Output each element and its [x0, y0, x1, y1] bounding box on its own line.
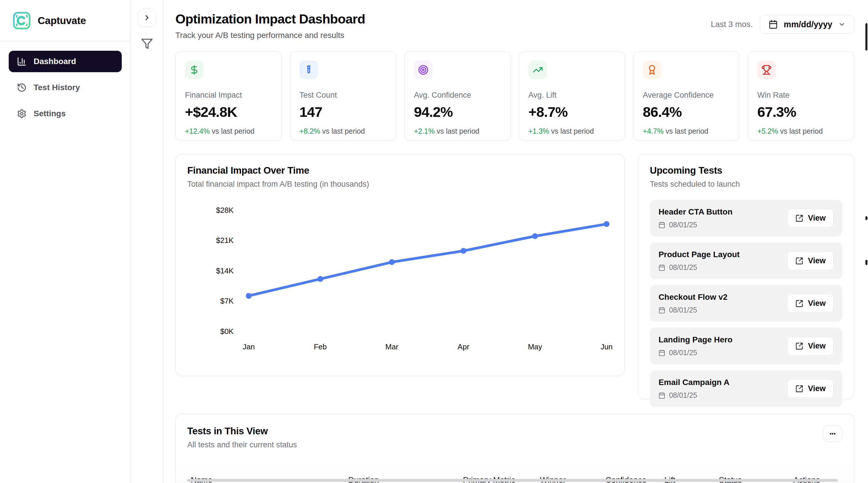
svg-text:Mar: Mar — [385, 342, 398, 351]
svg-text:$14K: $14K — [216, 266, 234, 275]
test-date: 08/01/25 — [658, 306, 727, 314]
sidebar-item-settings[interactable]: Settings — [9, 103, 122, 124]
calendar-icon — [658, 349, 665, 356]
page-subtitle: Track your A/B testing performance and r… — [176, 31, 365, 40]
view-button[interactable]: View — [787, 337, 834, 356]
test-date: 08/01/25 — [658, 263, 740, 272]
kpi-card-avg-confidence: Avg. Confidence 94.2% +2.1% vs last peri… — [404, 51, 511, 141]
sidebar-item-label: Test History — [34, 83, 80, 92]
tests-table-card: Tests in This View All tests and their c… — [176, 414, 854, 483]
test-name: Landing Page Hero — [658, 335, 732, 344]
kpi-value: 86.4% — [643, 104, 730, 120]
kpi-delta: +4.7% vs last period — [643, 127, 730, 135]
test-date: 08/01/25 — [658, 391, 730, 399]
svg-text:$0K: $0K — [220, 327, 234, 336]
sidebar-item-label: Dashboard — [34, 57, 76, 66]
collapse-rail — [131, 0, 163, 483]
view-button[interactable]: View — [787, 251, 834, 270]
kpi-label: Financial Impact — [185, 91, 272, 100]
date-picker-button[interactable]: mm/dd/yyyy — [760, 15, 854, 34]
upcoming-item-email-campaign-a: Email Campaign A 08/01/25 View — [650, 370, 842, 407]
calendar-icon — [658, 392, 665, 399]
kpi-label: Avg. Confidence — [414, 91, 501, 100]
page-header: Optimization Impact Dashboard Track your… — [176, 11, 854, 40]
sidebar-item-label: Settings — [34, 109, 65, 118]
test-date: 08/01/25 — [658, 221, 732, 229]
svg-text:Feb: Feb — [314, 342, 327, 351]
kpi-label: Win Rate — [757, 91, 844, 100]
external-link-icon — [795, 385, 803, 393]
gear-icon — [17, 109, 27, 119]
svg-text:Jun: Jun — [600, 342, 613, 351]
svg-text:Apr: Apr — [458, 342, 469, 351]
kpi-delta: +2.1% vs last period — [414, 127, 501, 135]
view-button[interactable]: View — [787, 209, 834, 228]
kpi-card-test-count: Test Count 147 +8.2% vs last period — [290, 51, 396, 141]
vertical-scrollbar[interactable] — [865, 23, 867, 51]
kpi-value: +$24.8K — [185, 104, 272, 120]
kpi-delta: +12.4% vs last period — [185, 127, 272, 135]
kpi-delta: +5.2% vs last period — [757, 127, 844, 135]
vertical-scrollbar-mark[interactable] — [865, 260, 867, 265]
ellipsis-icon — [828, 429, 837, 438]
brand: Captuvate — [0, 0, 130, 41]
sidebar-item-dashboard[interactable]: Dashboard — [9, 51, 122, 72]
upcoming-list: Header CTA Button 08/01/25 View Product … — [650, 200, 842, 407]
filter-button[interactable] — [141, 38, 153, 50]
history-icon — [17, 83, 27, 92]
view-button[interactable]: View — [787, 294, 834, 313]
external-link-icon — [795, 257, 803, 265]
kpi-delta: +8.2% vs last period — [300, 127, 387, 135]
chart-title: Financial Impact Over Time — [187, 165, 613, 176]
svg-text:Jan: Jan — [243, 342, 255, 351]
vertical-scrollbar-mark[interactable] — [865, 216, 867, 220]
trophy-icon — [757, 61, 776, 79]
main-content: Optimization Impact Dashboard Track your… — [163, 0, 868, 483]
financial-impact-chart-card: Financial Impact Over Time Total financi… — [176, 154, 624, 376]
page-title: Optimization Impact Dashboard — [176, 11, 365, 27]
upcoming-item-product-page-layout: Product Page Layout 08/01/25 View — [650, 242, 842, 279]
sidebar: Captuvate Dashboard Test History Setting… — [0, 0, 131, 483]
kpi-value: +8.7% — [528, 104, 616, 120]
kpi-value: 67.3% — [757, 104, 844, 120]
calendar-icon — [769, 20, 778, 29]
sidebar-expand-button[interactable] — [138, 9, 156, 27]
line-chart-svg: $28K$21K$14K$7K$0KJanFebMarAprMayJun — [187, 195, 613, 358]
calendar-icon — [658, 307, 665, 314]
svg-text:$28K: $28K — [216, 206, 234, 215]
bar-chart-icon — [17, 57, 27, 66]
test-name: Product Page Layout — [658, 250, 740, 259]
upcoming-title: Upcoming Tests — [650, 165, 842, 176]
test-date: 08/01/25 — [658, 349, 732, 357]
kpi-card-win-rate: Win Rate 67.3% +5.2% vs last period — [748, 51, 854, 141]
dollar-icon — [185, 61, 204, 79]
test-tube-icon — [300, 61, 318, 79]
test-name: Email Campaign A — [658, 378, 730, 387]
kpi-card-financial-impact: Financial Impact +$24.8K +12.4% vs last … — [176, 51, 282, 141]
upcoming-item-checkout-flow-v2: Checkout Flow v2 08/01/25 View — [650, 285, 842, 322]
captuvate-logo-icon — [13, 11, 31, 30]
svg-text:May: May — [528, 342, 542, 351]
sidebar-item-test-history[interactable]: Test History — [9, 77, 122, 98]
kpi-label: Avg. Lift — [528, 91, 616, 100]
test-name: Header CTA Button — [658, 207, 732, 217]
kpi-value: 94.2% — [414, 104, 501, 120]
calendar-icon — [658, 264, 665, 271]
kpi-label: Test Count — [300, 91, 387, 100]
kpi-card-average-confidence: Average Confidence 86.4% +4.7% vs last p… — [633, 51, 740, 141]
horizontal-scrollbar[interactable] — [187, 479, 838, 482]
upcoming-item-landing-page-hero: Landing Page Hero 08/01/25 View — [650, 328, 842, 364]
chevron-down-icon — [838, 21, 846, 28]
kpi-value: 147 — [300, 104, 387, 120]
upcoming-subtitle: Tests scheduled to launch — [650, 180, 842, 189]
sidebar-nav: Dashboard Test History Settings — [0, 41, 130, 134]
kpi-label: Average Confidence — [643, 91, 730, 100]
table-menu-button[interactable] — [823, 426, 842, 442]
upcoming-item-header-cta-button: Header CTA Button 08/01/25 View — [650, 200, 842, 237]
table-subtitle: All tests and their current status — [187, 441, 297, 449]
filter-icon — [141, 38, 153, 50]
date-picker-value: mm/dd/yyyy — [784, 20, 832, 29]
chart-subtitle: Total financial impact from A/B testing … — [187, 180, 613, 189]
table-title: Tests in This View — [187, 426, 297, 436]
view-button[interactable]: View — [787, 379, 834, 398]
